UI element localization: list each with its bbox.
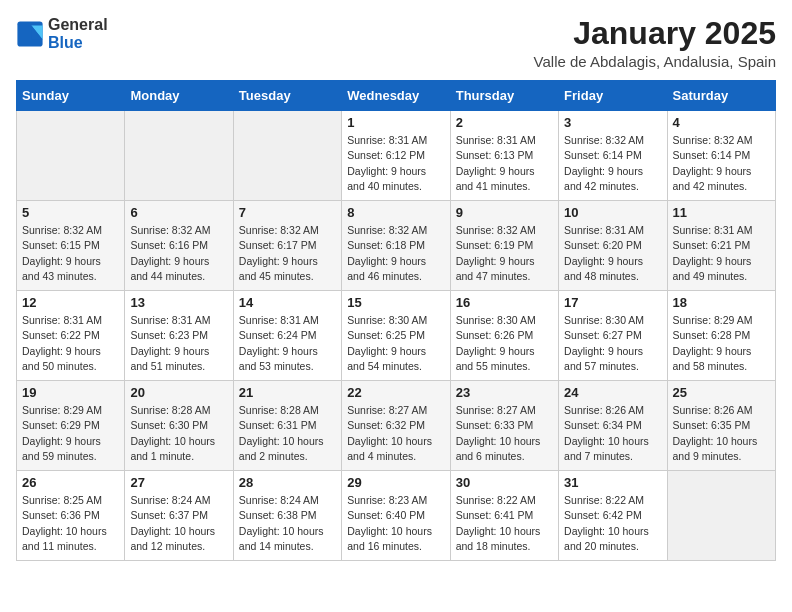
calendar-cell: 1Sunrise: 8:31 AM Sunset: 6:12 PM Daylig… [342,111,450,201]
calendar-cell [667,471,775,561]
day-number: 12 [22,295,119,310]
day-number: 2 [456,115,553,130]
day-number: 10 [564,205,661,220]
day-info: Sunrise: 8:30 AM Sunset: 6:27 PM Dayligh… [564,313,661,374]
day-number: 28 [239,475,336,490]
day-info: Sunrise: 8:27 AM Sunset: 6:32 PM Dayligh… [347,403,444,464]
weekday-header-thursday: Thursday [450,81,558,111]
day-number: 3 [564,115,661,130]
day-info: Sunrise: 8:27 AM Sunset: 6:33 PM Dayligh… [456,403,553,464]
calendar-cell: 23Sunrise: 8:27 AM Sunset: 6:33 PM Dayli… [450,381,558,471]
calendar-cell: 10Sunrise: 8:31 AM Sunset: 6:20 PM Dayli… [559,201,667,291]
day-number: 23 [456,385,553,400]
calendar-table: SundayMondayTuesdayWednesdayThursdayFrid… [16,80,776,561]
calendar-cell [125,111,233,201]
day-number: 11 [673,205,770,220]
logo: General Blue [16,16,108,51]
day-number: 24 [564,385,661,400]
day-info: Sunrise: 8:32 AM Sunset: 6:15 PM Dayligh… [22,223,119,284]
weekday-header-friday: Friday [559,81,667,111]
calendar-cell: 17Sunrise: 8:30 AM Sunset: 6:27 PM Dayli… [559,291,667,381]
day-number: 27 [130,475,227,490]
calendar-cell [17,111,125,201]
calendar-cell: 30Sunrise: 8:22 AM Sunset: 6:41 PM Dayli… [450,471,558,561]
calendar-title: January 2025 [534,16,776,51]
day-info: Sunrise: 8:26 AM Sunset: 6:34 PM Dayligh… [564,403,661,464]
day-info: Sunrise: 8:32 AM Sunset: 6:17 PM Dayligh… [239,223,336,284]
day-number: 31 [564,475,661,490]
day-info: Sunrise: 8:23 AM Sunset: 6:40 PM Dayligh… [347,493,444,554]
week-row-1: 1Sunrise: 8:31 AM Sunset: 6:12 PM Daylig… [17,111,776,201]
calendar-cell: 21Sunrise: 8:28 AM Sunset: 6:31 PM Dayli… [233,381,341,471]
calendar-cell: 25Sunrise: 8:26 AM Sunset: 6:35 PM Dayli… [667,381,775,471]
calendar-cell: 3Sunrise: 8:32 AM Sunset: 6:14 PM Daylig… [559,111,667,201]
page-header: General Blue January 2025 Valle de Abdal… [16,16,776,70]
calendar-cell: 20Sunrise: 8:28 AM Sunset: 6:30 PM Dayli… [125,381,233,471]
day-number: 13 [130,295,227,310]
day-number: 21 [239,385,336,400]
week-row-5: 26Sunrise: 8:25 AM Sunset: 6:36 PM Dayli… [17,471,776,561]
week-row-2: 5Sunrise: 8:32 AM Sunset: 6:15 PM Daylig… [17,201,776,291]
day-number: 5 [22,205,119,220]
day-info: Sunrise: 8:32 AM Sunset: 6:19 PM Dayligh… [456,223,553,284]
weekday-header-sunday: Sunday [17,81,125,111]
day-number: 6 [130,205,227,220]
day-number: 22 [347,385,444,400]
title-area: January 2025 Valle de Abdalagis, Andalus… [534,16,776,70]
calendar-subtitle: Valle de Abdalagis, Andalusia, Spain [534,53,776,70]
day-number: 16 [456,295,553,310]
logo-blue: Blue [48,34,108,52]
calendar-cell: 16Sunrise: 8:30 AM Sunset: 6:26 PM Dayli… [450,291,558,381]
day-info: Sunrise: 8:30 AM Sunset: 6:26 PM Dayligh… [456,313,553,374]
week-row-4: 19Sunrise: 8:29 AM Sunset: 6:29 PM Dayli… [17,381,776,471]
calendar-cell: 31Sunrise: 8:22 AM Sunset: 6:42 PM Dayli… [559,471,667,561]
calendar-cell: 12Sunrise: 8:31 AM Sunset: 6:22 PM Dayli… [17,291,125,381]
day-info: Sunrise: 8:32 AM Sunset: 6:14 PM Dayligh… [564,133,661,194]
calendar-cell: 9Sunrise: 8:32 AM Sunset: 6:19 PM Daylig… [450,201,558,291]
day-number: 1 [347,115,444,130]
day-number: 20 [130,385,227,400]
day-number: 8 [347,205,444,220]
logo-general: General [48,16,108,34]
day-info: Sunrise: 8:22 AM Sunset: 6:42 PM Dayligh… [564,493,661,554]
weekday-header-tuesday: Tuesday [233,81,341,111]
calendar-cell: 7Sunrise: 8:32 AM Sunset: 6:17 PM Daylig… [233,201,341,291]
calendar-cell: 18Sunrise: 8:29 AM Sunset: 6:28 PM Dayli… [667,291,775,381]
day-info: Sunrise: 8:31 AM Sunset: 6:12 PM Dayligh… [347,133,444,194]
calendar-cell: 4Sunrise: 8:32 AM Sunset: 6:14 PM Daylig… [667,111,775,201]
calendar-cell: 6Sunrise: 8:32 AM Sunset: 6:16 PM Daylig… [125,201,233,291]
calendar-cell: 14Sunrise: 8:31 AM Sunset: 6:24 PM Dayli… [233,291,341,381]
day-info: Sunrise: 8:31 AM Sunset: 6:22 PM Dayligh… [22,313,119,374]
day-number: 7 [239,205,336,220]
day-number: 17 [564,295,661,310]
day-number: 9 [456,205,553,220]
day-info: Sunrise: 8:32 AM Sunset: 6:16 PM Dayligh… [130,223,227,284]
day-info: Sunrise: 8:29 AM Sunset: 6:28 PM Dayligh… [673,313,770,374]
logo-icon [16,20,44,48]
day-number: 26 [22,475,119,490]
calendar-cell: 27Sunrise: 8:24 AM Sunset: 6:37 PM Dayli… [125,471,233,561]
day-number: 29 [347,475,444,490]
calendar-cell: 8Sunrise: 8:32 AM Sunset: 6:18 PM Daylig… [342,201,450,291]
day-number: 15 [347,295,444,310]
calendar-cell: 22Sunrise: 8:27 AM Sunset: 6:32 PM Dayli… [342,381,450,471]
day-info: Sunrise: 8:25 AM Sunset: 6:36 PM Dayligh… [22,493,119,554]
day-info: Sunrise: 8:28 AM Sunset: 6:30 PM Dayligh… [130,403,227,464]
calendar-cell: 5Sunrise: 8:32 AM Sunset: 6:15 PM Daylig… [17,201,125,291]
day-info: Sunrise: 8:24 AM Sunset: 6:37 PM Dayligh… [130,493,227,554]
day-number: 25 [673,385,770,400]
day-info: Sunrise: 8:26 AM Sunset: 6:35 PM Dayligh… [673,403,770,464]
calendar-cell: 11Sunrise: 8:31 AM Sunset: 6:21 PM Dayli… [667,201,775,291]
day-info: Sunrise: 8:31 AM Sunset: 6:21 PM Dayligh… [673,223,770,284]
day-number: 4 [673,115,770,130]
calendar-cell: 24Sunrise: 8:26 AM Sunset: 6:34 PM Dayli… [559,381,667,471]
day-info: Sunrise: 8:32 AM Sunset: 6:14 PM Dayligh… [673,133,770,194]
calendar-cell: 29Sunrise: 8:23 AM Sunset: 6:40 PM Dayli… [342,471,450,561]
day-info: Sunrise: 8:30 AM Sunset: 6:25 PM Dayligh… [347,313,444,374]
weekday-header-row: SundayMondayTuesdayWednesdayThursdayFrid… [17,81,776,111]
day-info: Sunrise: 8:31 AM Sunset: 6:24 PM Dayligh… [239,313,336,374]
weekday-header-wednesday: Wednesday [342,81,450,111]
day-number: 14 [239,295,336,310]
day-number: 30 [456,475,553,490]
day-info: Sunrise: 8:22 AM Sunset: 6:41 PM Dayligh… [456,493,553,554]
